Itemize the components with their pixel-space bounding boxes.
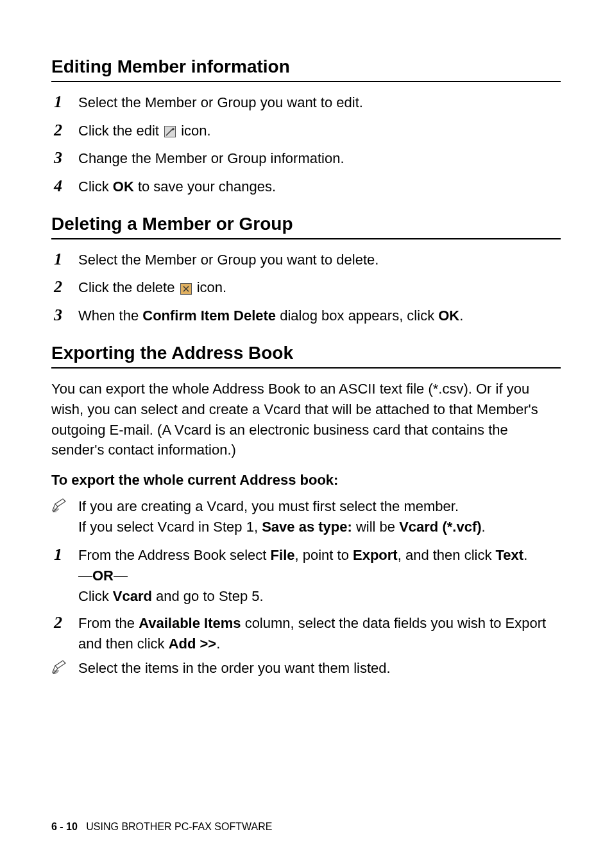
footer-title: USING BROTHER PC-FAX SOFTWARE <box>86 821 272 832</box>
step-text: From the Address Book select File, point… <box>78 545 561 607</box>
step-number: 4 <box>51 174 78 198</box>
step-row: 2Click the delete icon. <box>51 275 561 299</box>
section-editing: Editing Member information 1Select the M… <box>51 56 561 198</box>
step-row: 1Select the Member or Group you want to … <box>51 90 561 114</box>
note1-line1: If you are creating a Vcard, you must fi… <box>78 496 561 517</box>
step-row: 1From the Address Book select File, poin… <box>51 542 561 607</box>
note-row-1: If you are creating a Vcard, you must fi… <box>51 496 561 537</box>
page-footer: 6 - 10 USING BROTHER PC-FAX SOFTWARE <box>51 821 272 833</box>
note1-line2: If you select Vcard in Step 1, Save as t… <box>78 517 561 537</box>
steps-deleting: 1Select the Member or Group you want to … <box>51 247 561 327</box>
note-row-2: Select the items in the order you want t… <box>51 658 561 681</box>
rule <box>51 81 561 82</box>
heading-deleting: Deleting a Member or Group <box>51 214 561 234</box>
step-text: Select the Member or Group you want to d… <box>78 250 561 270</box>
step-text: Click the delete icon. <box>78 277 561 298</box>
rule <box>51 238 561 239</box>
step-row: 1Select the Member or Group you want to … <box>51 247 561 272</box>
step-text: Select the Member or Group you want to e… <box>78 92 561 113</box>
section-exporting: Exporting the Address Book You can expor… <box>51 343 561 681</box>
step-row: 2From the Available Items column, select… <box>51 611 561 654</box>
step-number: 2 <box>51 118 78 143</box>
step-number: 3 <box>51 303 78 327</box>
step-text: Click the edit icon. <box>78 121 561 141</box>
step-row: 3Change the Member or Group information. <box>51 146 561 170</box>
step-text: Change the Member or Group information. <box>78 148 561 169</box>
step-text: From the Available Items column, select … <box>78 613 561 654</box>
step-number: 1 <box>51 90 78 114</box>
note-icon <box>51 658 78 681</box>
note-text-1: If you are creating a Vcard, you must fi… <box>78 496 561 537</box>
step-number: 2 <box>51 611 78 635</box>
step-number: 3 <box>51 146 78 170</box>
rule <box>51 367 561 369</box>
step-row: 3When the Confirm Item Delete dialog box… <box>51 303 561 327</box>
step-row: 2Click the edit icon. <box>51 118 561 143</box>
heading-exporting: Exporting the Address Book <box>51 343 561 363</box>
step-row: 4Click OK to save your changes. <box>51 174 561 198</box>
steps-exporting: 1From the Address Book select File, poin… <box>51 542 561 654</box>
step-number: 1 <box>51 542 78 567</box>
exporting-subheading: To export the whole current Address book… <box>51 472 561 489</box>
steps-editing: 1Select the Member or Group you want to … <box>51 90 561 198</box>
step-number: 1 <box>51 247 78 272</box>
step-text: When the Confirm Item Delete dialog box … <box>78 306 561 326</box>
footer-pagenum: 6 - 10 <box>51 821 78 832</box>
note-text-2: Select the items in the order you want t… <box>78 658 561 679</box>
step-number: 2 <box>51 275 78 299</box>
note-icon <box>51 496 78 519</box>
step-text: Click OK to save your changes. <box>78 177 561 197</box>
section-deleting: Deleting a Member or Group 1Select the M… <box>51 214 561 327</box>
heading-editing: Editing Member information <box>51 56 561 77</box>
exporting-intro: You can export the whole Address Book to… <box>51 379 561 461</box>
